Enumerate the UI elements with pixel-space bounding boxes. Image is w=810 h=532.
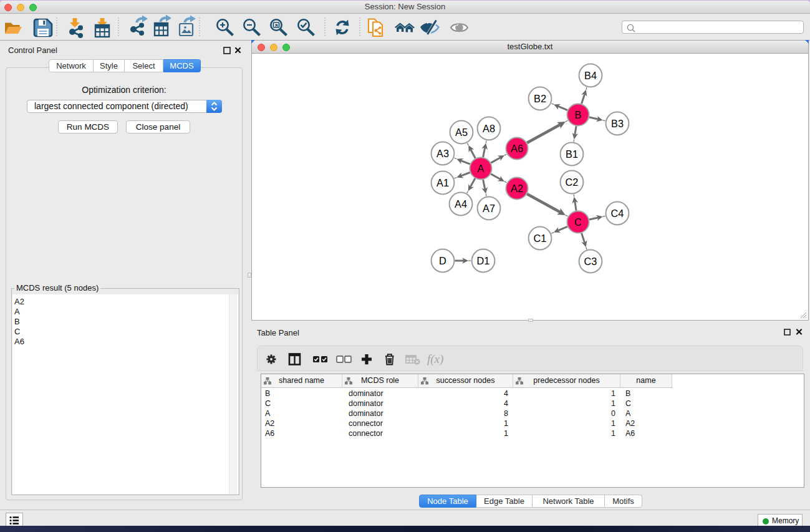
svg-text:D: D (439, 255, 446, 266)
svg-text:A7: A7 (483, 203, 495, 214)
svg-text:D1: D1 (477, 255, 490, 266)
svg-text:A2: A2 (511, 183, 523, 194)
svg-text:f(x): f(x) (427, 352, 443, 366)
svg-text:A3: A3 (436, 148, 449, 159)
svg-text:A8: A8 (483, 123, 495, 134)
svg-text:A5: A5 (455, 127, 468, 138)
svg-text:A6: A6 (511, 143, 523, 154)
svg-text:A1: A1 (436, 177, 449, 188)
svg-text:C2: C2 (566, 177, 579, 188)
svg-text:B1: B1 (566, 148, 578, 160)
svg-text:B3: B3 (611, 118, 624, 129)
svg-text:A: A (478, 163, 485, 174)
svg-text:C1: C1 (534, 233, 547, 244)
svg-text:C3: C3 (584, 256, 597, 267)
svg-text:B4: B4 (584, 70, 597, 81)
svg-text:C: C (574, 216, 582, 228)
svg-text:A4: A4 (455, 198, 467, 210)
svg-text:B2: B2 (534, 93, 546, 104)
svg-text:B: B (575, 109, 582, 120)
svg-text:C4: C4 (611, 208, 624, 219)
